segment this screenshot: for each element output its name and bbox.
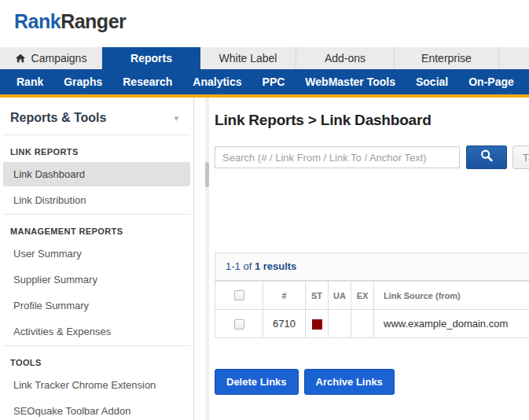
section-header-link-reports: LINK REPORTS: [0, 135, 193, 162]
nav-item-analytics[interactable]: Analytics: [182, 69, 252, 94]
header-link-source: Link Source (from): [374, 282, 529, 310]
row-id-cell: 6710: [263, 310, 306, 338]
tab-enterprise[interactable]: Enterprise: [395, 47, 499, 69]
sidebar: Reports & Tools ▾ LINK REPORTS Link Dash…: [0, 98, 194, 420]
table-header-row: # ST UA EX Link Source (from): [215, 282, 529, 310]
nav-item-research[interactable]: Research: [112, 69, 182, 94]
scrollbar-thumb[interactable]: [205, 162, 209, 187]
scrollbar-track[interactable]: [205, 98, 209, 420]
search-row: T: [215, 146, 529, 169]
results-count: 1 results: [255, 260, 296, 272]
archive-links-button[interactable]: Archive Links: [304, 369, 395, 395]
header-ua: UA: [329, 282, 351, 310]
section-header-management-reports: MANAGEMENT REPORTS: [0, 215, 193, 241]
row-link-source-cell: www.example_domain.com: [374, 310, 529, 338]
sidebar-header: Reports & Tools ▾: [0, 98, 193, 134]
header-st: ST: [306, 282, 329, 310]
tab-label: Enterprise: [421, 52, 472, 64]
sidebar-item-link-tracker-extension[interactable]: Link Tracker Chrome Extension: [3, 373, 190, 397]
nav-item-social[interactable]: Social: [406, 69, 458, 94]
results-summary: 1-1 of 1 results: [215, 252, 529, 281]
search-input[interactable]: [215, 146, 460, 168]
tab-label: Campaigns: [31, 52, 87, 64]
tab-reports[interactable]: Reports: [102, 47, 200, 69]
tab-label: Reports: [130, 52, 172, 64]
delete-links-button[interactable]: Delete Links: [215, 369, 299, 395]
chevron-down-icon[interactable]: ▾: [174, 113, 182, 123]
page-title: Link Reports > Link Dashboard: [215, 112, 432, 129]
sidebar-item-link-dashboard[interactable]: Link Dashboard: [3, 162, 190, 186]
reports-nav-bar: Rank Graphs Research Analytics PPC WebMa…: [0, 69, 529, 94]
row-select-cell: [215, 310, 263, 338]
logo-primary: Rank: [14, 10, 61, 32]
header-ex: EX: [351, 282, 374, 310]
nav-item-graphs[interactable]: Graphs: [53, 69, 112, 94]
sidebar-title: Reports & Tools: [10, 111, 174, 125]
links-table: # ST UA EX Link Source (from) 6710 www.e…: [215, 281, 529, 338]
top-tab-bar: Campaigns Reports White Label Add-ons En…: [0, 47, 529, 69]
partial-right-button[interactable]: T: [512, 146, 529, 169]
sidebar-item-profile-summary[interactable]: Profile Summary: [3, 293, 190, 318]
tab-bar-filler: [499, 47, 529, 69]
sidebar-item-link-distribution[interactable]: Link Distribution: [3, 188, 190, 212]
section-header-tools: TOOLS: [0, 346, 193, 373]
row-ex-cell: [351, 310, 374, 338]
status-square: [312, 319, 322, 330]
nav-item-webmaster-tools[interactable]: WebMaster Tools: [295, 69, 406, 94]
sidebar-item-seoquake-addon[interactable]: SEOquake Toolbar Addon: [3, 399, 190, 420]
main-content: Link Reports > Link Dashboard T 1-1 of 1…: [215, 98, 529, 420]
sidebar-item-user-summary[interactable]: User Summary: [3, 241, 190, 266]
sidebar-item-supplier-summary[interactable]: Supplier Summary: [3, 267, 190, 292]
row-checkbox[interactable]: [234, 319, 244, 330]
app-logo: RankRanger: [14, 10, 126, 33]
tab-label: White Label: [219, 52, 277, 64]
nav-item-ppc[interactable]: PPC: [252, 69, 296, 94]
search-icon: [479, 149, 494, 166]
home-icon: [15, 53, 26, 64]
tab-add-ons[interactable]: Add-ons: [296, 47, 395, 69]
nav-item-rank[interactable]: Rank: [6, 69, 53, 94]
row-ua-cell: [329, 310, 351, 338]
logo-secondary: Ranger: [61, 10, 126, 32]
sidebar-item-activities-expenses[interactable]: Activities & Expenses: [3, 319, 190, 344]
search-button[interactable]: [466, 146, 507, 169]
bulk-actions: Delete Links Archive Links: [215, 369, 395, 395]
tab-white-label[interactable]: White Label: [200, 47, 296, 69]
row-st-cell: [306, 310, 329, 338]
table-row: 6710 www.example_domain.com: [215, 310, 529, 338]
tab-label: Add-ons: [325, 52, 366, 64]
header-select-all: [215, 282, 263, 310]
select-all-checkbox[interactable]: [234, 290, 244, 300]
results-range: 1-1 of: [226, 260, 252, 272]
nav-item-on-page[interactable]: On-Page: [458, 69, 524, 94]
header-id: #: [263, 282, 306, 310]
tab-campaigns[interactable]: Campaigns: [0, 47, 102, 69]
